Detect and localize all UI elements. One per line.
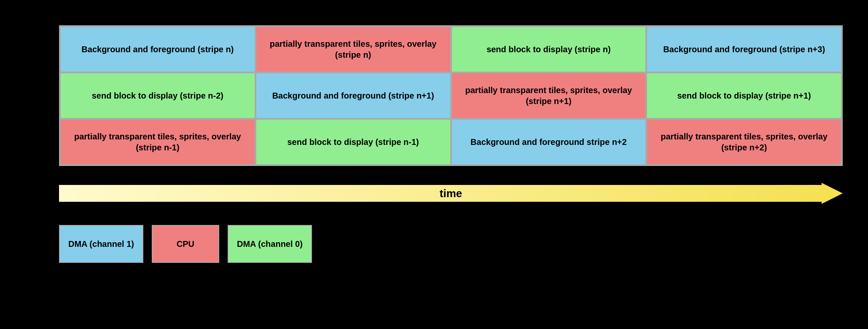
legend-section: DMA (channel 1)CPUDMA (channel 0) — [59, 225, 843, 263]
grid-table: Background and foreground (stripe n)part… — [59, 25, 843, 166]
grid-cell-r0-c0: Background and foreground (stripe n) — [60, 26, 255, 72]
grid-cell-r2-c1: send block to display (stripe n-1) — [255, 119, 451, 165]
legend-item-0: DMA (channel 1) — [59, 225, 143, 263]
grid-cell-r0-c2: send block to display (stripe n) — [451, 26, 647, 72]
grid-cell-r2-c0: partially transparent tiles, sprites, ov… — [60, 119, 255, 165]
grid-cell-r1-c0: send block to display (stripe n-2) — [60, 72, 255, 119]
grid-cell-r1-c2: partially transparent tiles, sprites, ov… — [451, 72, 647, 119]
grid-cell-r0-c1: partially transparent tiles, sprites, ov… — [255, 26, 451, 72]
grid-cell-r1-c3: send block to display (stripe n+1) — [646, 72, 842, 119]
time-section: time — [59, 183, 843, 208]
legend-item-2: DMA (channel 0) — [228, 225, 312, 263]
grid-cell-r0-c3: Background and foreground (stripe n+3) — [646, 26, 842, 72]
grid-cell-r2-c2: Background and foreground stripe n+2 — [451, 119, 647, 165]
grid-cell-r2-c3: partially transparent tiles, sprites, ov… — [646, 119, 842, 165]
time-arrow-bar — [59, 183, 843, 204]
grid-cell-r1-c1: Background and foreground (stripe n+1) — [255, 72, 451, 119]
main-container: Background and foreground (stripe n)part… — [59, 25, 843, 263]
time-arrow-container: time — [59, 183, 843, 204]
legend-item-1: CPU — [152, 225, 219, 263]
